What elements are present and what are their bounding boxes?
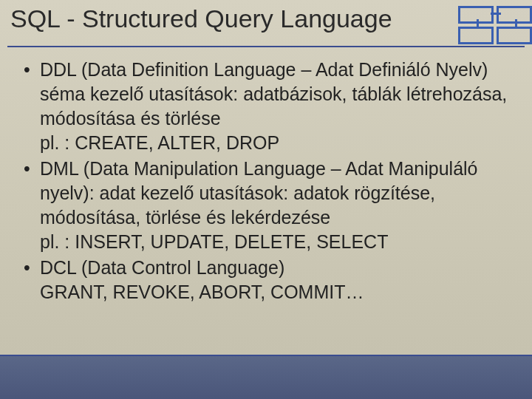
bullet-text: DML (Data Manipulation Language – Adat M… [40, 158, 478, 228]
slide: SQL - Structured Query Language DDL (Dat… [0, 0, 532, 399]
list-item: DDL (Data Definition Language – Adat Def… [22, 58, 517, 155]
decorative-boxes-icon [454, 6, 532, 43]
bullet-example: GRANT, REVOKE, ABORT, COMMIT… [40, 280, 517, 304]
bullet-text: DDL (Data Definition Language – Adat Def… [40, 59, 507, 129]
content-area: DDL (Data Definition Language – Adat Def… [22, 58, 517, 306]
list-item: DML (Data Manipulation Language – Adat M… [22, 157, 517, 254]
bullet-example: pl. : CREATE, ALTER, DROP [40, 131, 517, 155]
slide-title: SQL - Structured Query Language [7, 0, 525, 33]
list-item: DCL (Data Control Language) GRANT, REVOK… [22, 256, 517, 304]
bullet-example: pl. : INSERT, UPDATE, DELETE, SELECT [40, 230, 517, 254]
footer-band [0, 355, 532, 399]
bullet-list: DDL (Data Definition Language – Adat Def… [22, 58, 517, 304]
title-area: SQL - Structured Query Language [7, 0, 525, 47]
bullet-text: DCL (Data Control Language) [40, 257, 284, 278]
